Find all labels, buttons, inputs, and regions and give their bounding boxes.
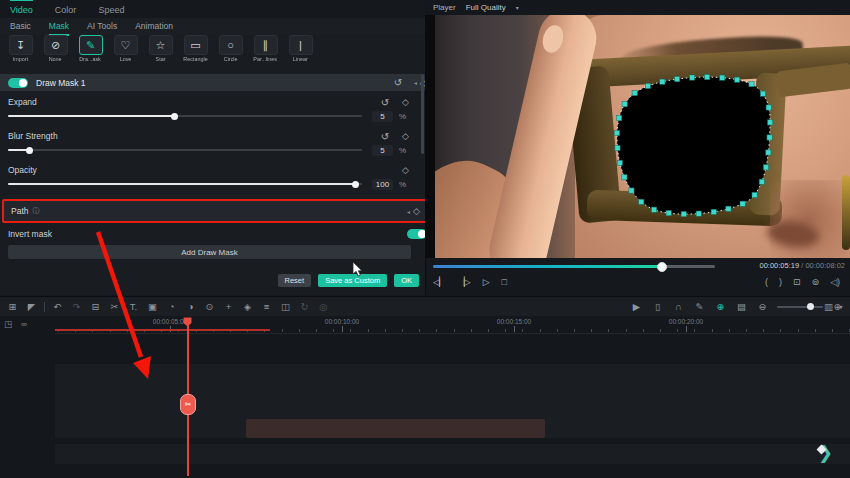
mark-in-icon[interactable]: (: [765, 277, 768, 287]
subtab-ai-tools[interactable]: AI Tools: [87, 17, 117, 36]
mark-flag-icon[interactable]: ▯: [651, 301, 664, 312]
add-draw-mask-button[interactable]: Add Draw Mask: [8, 245, 411, 259]
shape-draw-mask[interactable]: ✎ Dra...ask: [74, 35, 107, 66]
mask-handle[interactable]: [617, 160, 622, 165]
color-icon[interactable]: ◑: [184, 301, 197, 312]
draw-mask-overlay[interactable]: [425, 15, 850, 258]
slider-knob[interactable]: [171, 113, 178, 120]
ok-button[interactable]: OK: [394, 274, 419, 287]
shape-parallel-lines[interactable]: ∥ Par...lines: [249, 35, 282, 66]
slider-reset-icon[interactable]: ↺: [381, 131, 389, 142]
mask-handle[interactable]: [720, 75, 725, 80]
track-target-icon[interactable]: ⊕: [714, 301, 727, 312]
reset-button[interactable]: Reset: [278, 274, 312, 287]
subtab-basic[interactable]: Basic: [10, 17, 31, 36]
subtab-mask[interactable]: Mask: [49, 17, 69, 36]
invert-mask-toggle[interactable]: [407, 229, 427, 239]
panel-scrollbar[interactable]: [421, 74, 424, 154]
crop-icon[interactable]: ▣: [146, 301, 159, 312]
mask-handle[interactable]: [629, 188, 634, 193]
previous-frame-icon[interactable]: ◁▏: [433, 277, 445, 287]
chevron-down-icon[interactable]: ▾: [516, 4, 519, 11]
slider-value[interactable]: 5: [372, 145, 393, 156]
slider-value[interactable]: 100: [372, 179, 393, 190]
slider-reset-icon[interactable]: ↺: [381, 97, 389, 108]
slider-value[interactable]: 5: [372, 111, 393, 122]
shape-none[interactable]: ⊘ None: [39, 35, 72, 66]
stop-icon[interactable]: □: [502, 277, 506, 287]
mask-handle[interactable]: [726, 206, 731, 211]
mask-handle[interactable]: [696, 211, 701, 216]
audio-lane-1[interactable]: [55, 444, 850, 464]
marker-icon[interactable]: ▤: [735, 301, 748, 312]
preview-render-icon[interactable]: ▶: [630, 301, 643, 312]
playhead-pin[interactable]: [183, 317, 192, 327]
mask-handle[interactable]: [675, 77, 680, 82]
mask-handle[interactable]: [768, 120, 773, 125]
mask-handle[interactable]: [690, 75, 695, 80]
mask-handle[interactable]: [766, 150, 771, 155]
capture-icon[interactable]: ◎: [317, 301, 330, 312]
mask-handle[interactable]: [660, 79, 665, 84]
mask-handle[interactable]: [645, 83, 650, 88]
mask-handle[interactable]: [763, 165, 768, 170]
split-icon[interactable]: ✂: [108, 301, 121, 312]
mask-handle[interactable]: [767, 135, 772, 140]
mask-handle[interactable]: [614, 130, 619, 135]
mask-handle[interactable]: [711, 209, 716, 214]
mask-path[interactable]: [617, 77, 770, 214]
slider-keyframe-icon[interactable]: ◇: [402, 165, 409, 175]
mask-handle[interactable]: [666, 210, 671, 215]
text-icon[interactable]: T.: [127, 301, 140, 312]
slider-knob[interactable]: [26, 147, 33, 154]
reset-mask-icon[interactable]: ↺: [394, 77, 402, 88]
previous-keyframe-icon[interactable]: ◂: [414, 79, 417, 86]
shape-star[interactable]: ☆ Star: [144, 35, 177, 66]
next-frame-icon[interactable]: ▕▷: [458, 277, 470, 287]
mask-handle[interactable]: [749, 82, 754, 87]
shape-linear[interactable]: | Linear: [284, 35, 317, 66]
undo-icon[interactable]: ↶: [51, 301, 64, 312]
mask-handle[interactable]: [615, 145, 620, 150]
speed-icon[interactable]: ◔: [165, 301, 178, 312]
slider-track[interactable]: [8, 115, 362, 117]
track-lane-2[interactable]: [55, 364, 850, 398]
mask-handle[interactable]: [681, 211, 686, 216]
zoom-slider-knob[interactable]: [807, 303, 814, 310]
mask-handle[interactable]: [622, 175, 627, 180]
quality-dropdown[interactable]: Full Quality: [466, 3, 506, 12]
slider-track[interactable]: [8, 149, 362, 151]
redo-icon[interactable]: ↷: [70, 301, 83, 312]
shape-import[interactable]: ↧ Import: [4, 35, 37, 66]
slider-track[interactable]: [8, 183, 362, 185]
mask-handle[interactable]: [752, 192, 757, 197]
playhead-scissors-icon[interactable]: ✂: [180, 394, 196, 415]
mask-handle[interactable]: [735, 77, 740, 82]
motion-track-icon[interactable]: +: [222, 301, 235, 312]
snap-magnet-icon[interactable]: ∩: [672, 301, 685, 312]
pen-icon[interactable]: ✎: [693, 301, 706, 312]
adjust-icon[interactable]: ≡: [260, 301, 273, 312]
mask-handle[interactable]: [740, 201, 745, 206]
preview-viewport[interactable]: [425, 15, 850, 258]
play-icon[interactable]: ▷: [483, 277, 489, 287]
mask-handle[interactable]: [639, 199, 644, 204]
mask-handle[interactable]: [617, 116, 622, 121]
mask-handle[interactable]: [622, 102, 627, 107]
mask-handle[interactable]: [766, 105, 771, 110]
keyframe-icon[interactable]: ◈: [241, 301, 254, 312]
link-clips-icon[interactable]: ∞: [21, 319, 27, 329]
media-panel-icon[interactable]: ⊞: [6, 301, 19, 312]
slider-keyframe-icon[interactable]: ◇: [402, 131, 409, 141]
path-keyframe-icon[interactable]: ◇: [413, 206, 420, 216]
mask-enable-toggle[interactable]: [8, 78, 28, 88]
path-row-highlighted[interactable]: Path ⓘ ◂ ◇: [2, 199, 429, 223]
subtab-animation[interactable]: Animation: [135, 17, 173, 36]
delete-icon[interactable]: ⊟: [89, 301, 102, 312]
track-options-chevron-icon[interactable]: ▾: [838, 303, 844, 310]
timeline-zoom-slider[interactable]: [777, 306, 823, 308]
snapshot-track-icon[interactable]: ◳: [4, 319, 12, 329]
mask-handle[interactable]: [760, 91, 765, 96]
shape-circle[interactable]: ○ Circle: [214, 35, 247, 66]
slider-knob[interactable]: [352, 181, 359, 188]
